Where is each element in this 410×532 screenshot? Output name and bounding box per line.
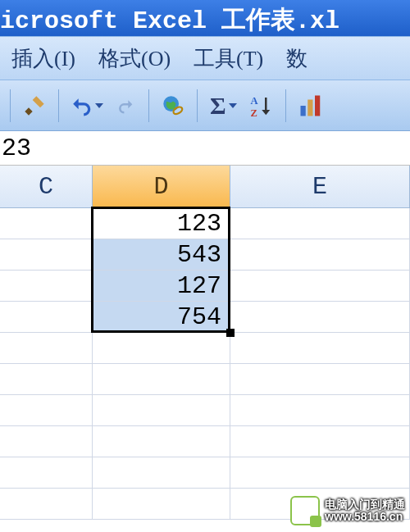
- toolbar-separator: [197, 89, 198, 122]
- cell-c4[interactable]: [0, 302, 93, 333]
- table-row: [0, 395, 410, 426]
- cell-c3[interactable]: [0, 271, 93, 302]
- watermark: 电脑入门到精通 www.58116.cn: [290, 496, 405, 525]
- cell-e9[interactable]: [230, 457, 410, 489]
- column-headers: C D E: [0, 166, 410, 208]
- column-header-e[interactable]: E: [230, 166, 410, 207]
- cell-e8[interactable]: [230, 426, 410, 457]
- formula-bar-value: 23: [2, 134, 31, 162]
- watermark-logo-icon: [290, 496, 320, 525]
- toolbar-separator: [58, 89, 59, 122]
- redo-icon: [117, 98, 134, 114]
- window-titlebar: icrosoft Excel 工作表.xl: [0, 0, 410, 36]
- chart-icon: [298, 93, 323, 118]
- cell-e2[interactable]: [230, 239, 410, 271]
- chart-button[interactable]: [294, 88, 327, 124]
- cell-c2[interactable]: [0, 239, 93, 271]
- cell-c10[interactable]: [0, 489, 93, 520]
- svg-rect-5: [308, 99, 312, 116]
- toolbar-separator: [10, 89, 11, 122]
- cell-c6[interactable]: [0, 364, 93, 395]
- cell-d8[interactable]: [93, 426, 230, 457]
- table-row: 543: [0, 239, 410, 271]
- chevron-down-icon: [95, 103, 103, 108]
- paintbrush-button[interactable]: [19, 88, 50, 124]
- menubar: 插入(I) 格式(O) 工具(T) 数: [0, 36, 410, 80]
- paintbrush-icon: [23, 94, 46, 117]
- table-row: 754: [0, 302, 410, 333]
- chevron-down-icon: [229, 103, 237, 108]
- table-row: [0, 333, 410, 364]
- cell-c9[interactable]: [0, 457, 93, 489]
- cell-e5[interactable]: [230, 333, 410, 364]
- cell-c7[interactable]: [0, 395, 93, 426]
- cell-d7[interactable]: [93, 395, 230, 426]
- cell-c5[interactable]: [0, 333, 93, 364]
- cell-c8[interactable]: [0, 426, 93, 457]
- sigma-icon: Σ: [210, 92, 226, 120]
- cell-d2[interactable]: 543: [93, 239, 230, 271]
- watermark-text: 电脑入门到精通 www.58116.cn: [325, 498, 405, 524]
- cell-d10[interactable]: [93, 489, 230, 520]
- spreadsheet-grid: 123 543 127 754: [0, 208, 410, 520]
- cell-e7[interactable]: [230, 395, 410, 426]
- globe-link-icon: [162, 94, 184, 117]
- svg-text:A: A: [250, 94, 257, 106]
- redo-button[interactable]: [111, 88, 140, 124]
- cell-e3[interactable]: [230, 271, 410, 302]
- undo-icon: [71, 95, 93, 116]
- fill-handle[interactable]: [226, 329, 235, 337]
- cell-d1[interactable]: 123: [93, 208, 230, 239]
- cell-d5[interactable]: [93, 333, 230, 364]
- sort-button[interactable]: A Z: [244, 88, 277, 124]
- sort-az-icon: A Z: [248, 93, 273, 118]
- undo-button[interactable]: [67, 88, 107, 124]
- table-row: [0, 426, 410, 457]
- table-row: [0, 457, 410, 489]
- svg-text:Z: Z: [250, 107, 257, 118]
- table-row: 127: [0, 271, 410, 302]
- window-title: icrosoft Excel 工作表.xl: [0, 7, 339, 35]
- table-row: 123: [0, 208, 410, 239]
- cell-e4[interactable]: [230, 302, 410, 333]
- formula-bar[interactable]: 23: [0, 131, 410, 166]
- cell-e1[interactable]: [230, 208, 410, 239]
- cell-d4[interactable]: 754: [93, 302, 230, 333]
- column-header-d[interactable]: D: [93, 166, 230, 207]
- menu-format[interactable]: 格式(O): [87, 44, 182, 73]
- menu-tools[interactable]: 工具(T): [182, 44, 275, 73]
- cell-d9[interactable]: [93, 457, 230, 489]
- column-header-c[interactable]: C: [0, 166, 93, 207]
- svg-rect-4: [300, 106, 305, 116]
- toolbar-separator: [148, 89, 149, 122]
- table-row: [0, 364, 410, 395]
- menu-insert[interactable]: 插入(I): [0, 44, 87, 73]
- autosum-button[interactable]: Σ: [206, 88, 241, 124]
- menu-data[interactable]: 数: [275, 44, 319, 73]
- cell-e6[interactable]: [230, 364, 410, 395]
- hyperlink-button[interactable]: [157, 88, 189, 124]
- toolbar: Σ A Z: [0, 80, 410, 131]
- cell-d6[interactable]: [93, 364, 230, 395]
- cell-d3[interactable]: 127: [93, 271, 230, 302]
- toolbar-separator: [285, 89, 286, 122]
- cell-c1[interactable]: [0, 208, 93, 239]
- svg-rect-6: [315, 95, 320, 116]
